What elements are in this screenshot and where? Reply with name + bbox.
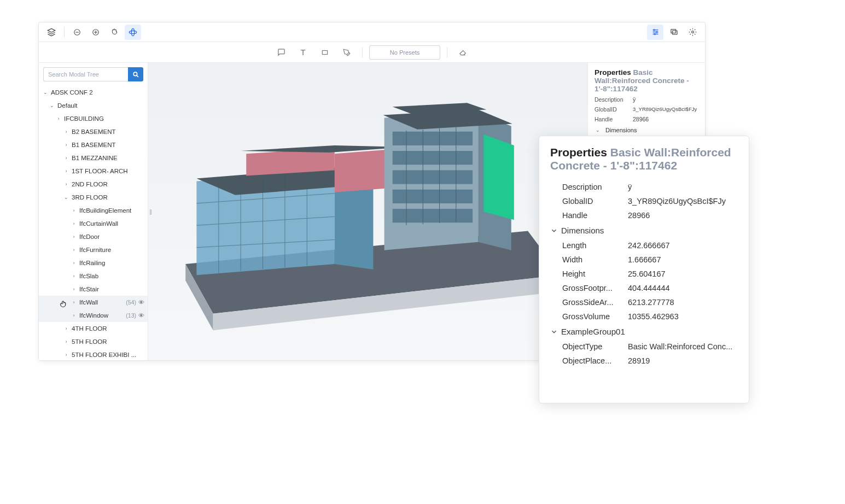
panel-title: Properties <box>550 146 607 159</box>
svg-rect-41 <box>393 151 473 165</box>
tree-item[interactable]: ›B2 BASEMENT <box>39 125 148 138</box>
panel-title: Properties <box>595 68 631 77</box>
panel-subtitle: Basic Wall:Reinforced <box>610 146 731 159</box>
tree-item[interactable]: ›B1 MEZZANINE <box>39 151 148 165</box>
svg-rect-42 <box>393 170 473 184</box>
text-icon[interactable]: T <box>294 45 312 60</box>
tree-item[interactable]: ›IfcDoor <box>39 230 148 243</box>
tree-item[interactable]: ›1ST FLOOR- ARCH <box>39 165 148 178</box>
svg-point-7 <box>131 28 134 36</box>
svg-marker-0 <box>48 28 55 32</box>
pan-icon[interactable] <box>106 25 123 40</box>
tree-item[interactable]: ›IfcCurtainWall <box>39 217 148 230</box>
property-row: Length242.666667 <box>550 238 738 253</box>
tree-item[interactable]: ›4TH FLOOR <box>39 322 148 335</box>
chevron-down-icon: ⌄ <box>595 127 601 133</box>
chevron-right-icon: › <box>63 129 69 134</box>
chevron-right-icon: › <box>63 168 69 174</box>
rectangle-icon[interactable] <box>316 45 334 60</box>
tree-item[interactable]: ⌄3RD FLOOR <box>39 191 148 204</box>
svg-point-18 <box>133 72 137 76</box>
tree-item-ifcwall[interactable]: ›IfcWall(54)👁 <box>39 296 148 309</box>
chevron-down-icon <box>550 227 558 235</box>
tree-item[interactable]: ›IfcFurniture <box>39 243 148 256</box>
comment-icon[interactable] <box>272 45 290 60</box>
chevron-right-icon: › <box>63 352 69 358</box>
tree-item[interactable]: ›IFCBUILDING <box>39 112 148 125</box>
draw-icon[interactable] <box>338 45 356 60</box>
tree-item[interactable]: ›2ND FLOOR <box>39 178 148 191</box>
orbit-icon[interactable] <box>125 25 141 40</box>
main-toolbar <box>39 22 705 42</box>
chevron-right-icon: › <box>71 313 77 318</box>
property-row: ObjectTypeBasic Wall:Reinforced Conc... <box>550 339 738 354</box>
chat-icon[interactable] <box>666 25 682 40</box>
chevron-right-icon: › <box>63 339 69 344</box>
eraser-icon[interactable] <box>454 45 471 60</box>
3d-viewport[interactable]: ‖ <box>148 63 587 360</box>
svg-rect-44 <box>393 209 473 222</box>
chevron-right-icon: › <box>71 234 77 239</box>
chevron-right-icon: › <box>71 273 77 279</box>
chevron-right-icon: › <box>71 286 77 292</box>
chevron-right-icon: › <box>71 260 77 266</box>
search-input[interactable] <box>43 67 128 81</box>
model-tree: ⌄ADSK CONF 2 ⌄Default ›IFCBUILDING ›B2 B… <box>39 86 148 360</box>
property-row: Height25.604167 <box>550 267 738 281</box>
settings-panel-icon[interactable] <box>647 25 663 40</box>
building-model <box>174 87 561 336</box>
tree-item[interactable]: ›5TH FLOOR <box>39 335 148 348</box>
eye-icon[interactable]: 👁 <box>138 312 144 319</box>
tree-item[interactable]: ›IfcStair <box>39 283 148 296</box>
chevron-down-icon: ⌄ <box>42 90 49 95</box>
svg-rect-43 <box>393 190 473 203</box>
property-row: Width1.666667 <box>550 253 738 267</box>
svg-marker-49 <box>483 134 514 220</box>
chevron-right-icon: › <box>71 300 77 305</box>
group-dimensions[interactable]: ⌄Dimensions <box>595 127 698 133</box>
tree-item[interactable]: ›IfcSlab <box>39 269 148 283</box>
chevron-down-icon <box>550 328 558 336</box>
chevron-right-icon: › <box>63 142 69 148</box>
tree-item[interactable]: ›IfcBuildingElement <box>39 204 148 217</box>
svg-point-6 <box>129 31 136 33</box>
property-row: Handle28966 <box>550 208 738 222</box>
svg-rect-17 <box>322 50 327 54</box>
annotation-toolbar: T No Presets <box>39 42 705 63</box>
svg-point-11 <box>653 30 655 31</box>
eye-icon[interactable]: 👁 <box>138 299 144 306</box>
chevron-right-icon: › <box>63 155 69 161</box>
property-row: ObjectPlace...28919 <box>550 354 738 368</box>
panel-subtitle-2: Concrete - 1'-8":117462 <box>550 159 738 172</box>
zoom-in-icon[interactable] <box>88 25 104 40</box>
zoom-out-icon[interactable] <box>69 25 85 40</box>
chevron-right-icon: › <box>71 221 77 226</box>
property-row: GrossFootpr...404.444444 <box>550 281 738 295</box>
chevron-right-icon: › <box>63 181 69 187</box>
chevron-down-icon: ⌄ <box>49 103 55 108</box>
property-row: GlobalID3_YR89Qiz6UgyQsBcI$FJy <box>550 194 738 208</box>
tree-item[interactable]: ⌄Default <box>39 99 148 112</box>
chevron-right-icon: › <box>63 326 69 331</box>
resize-handle[interactable]: ‖ <box>148 203 153 220</box>
svg-line-19 <box>136 75 138 77</box>
tree-item[interactable]: ›B1 BASEMENT <box>39 138 148 151</box>
tree-item-ifcwindow[interactable]: ›IfcWindow(13)👁 <box>39 309 148 322</box>
preset-select[interactable]: No Presets <box>369 45 440 60</box>
properties-panel-large: Properties Basic Wall:Reinforced Concret… <box>539 136 749 403</box>
chevron-down-icon: ⌄ <box>63 195 69 200</box>
tree-item[interactable]: ›IfcRailing <box>39 256 148 269</box>
gear-icon[interactable] <box>684 25 701 40</box>
property-row: Descriptionÿ <box>550 180 738 194</box>
layers-icon[interactable] <box>43 25 60 40</box>
svg-point-12 <box>656 31 657 33</box>
tree-item[interactable]: ›5TH FLOOR EXHIBI ... <box>39 348 148 360</box>
group-example[interactable]: ExampleGroup01 <box>550 324 738 339</box>
svg-point-13 <box>654 33 656 35</box>
group-dimensions[interactable]: Dimensions <box>550 222 738 238</box>
svg-point-16 <box>691 31 694 33</box>
chevron-right-icon: › <box>55 116 62 121</box>
tree-item[interactable]: ⌄ADSK CONF 2 <box>39 86 148 99</box>
svg-rect-40 <box>393 132 473 145</box>
search-button[interactable] <box>128 67 143 81</box>
